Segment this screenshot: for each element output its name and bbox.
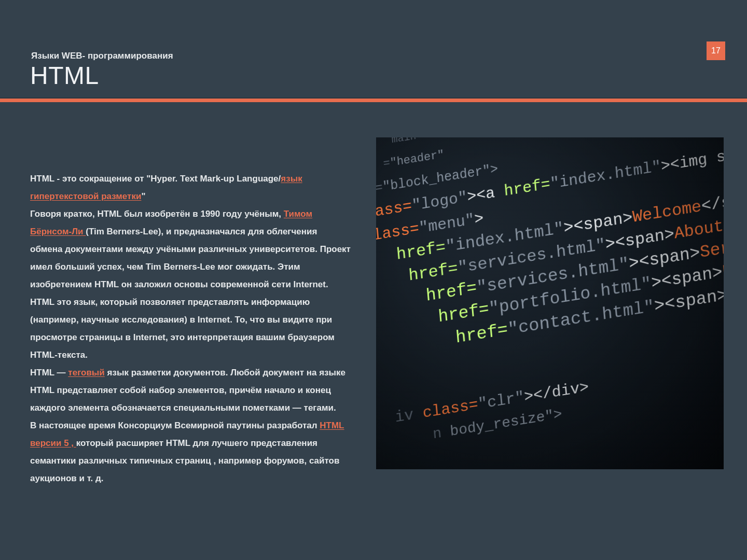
accent-rule [0, 97, 747, 102]
body-t5b: который расширяет HTML для лучшего предс… [30, 438, 339, 483]
code-r3c: ><a [466, 183, 505, 206]
body-t3: HTML это язык, который позволяет предста… [30, 297, 335, 360]
code-lines: main"> ="header" ="block_header"> class=… [376, 137, 724, 463]
slide: 17 Языки WEB- программирования HTML HTML… [0, 0, 747, 560]
page-number-text: 17 [711, 46, 721, 55]
link-tag-based[interactable]: теговый [68, 368, 104, 377]
code-screenshot: main"> ="header" ="block_header"> class=… [376, 137, 724, 469]
slide-subtitle: Языки WEB- программирования [31, 51, 173, 61]
code-r5e: </s [700, 192, 724, 216]
slide-title: HTML [30, 61, 99, 90]
body-text: HTML - это сокращение от "Hyper. Text Ma… [30, 170, 352, 487]
page-number-badge: 17 [707, 41, 725, 60]
code-r4c: > [474, 209, 485, 228]
code-r1: "header" [390, 148, 445, 170]
body-t1a: HTML - это сокращение от "Hyper. Text Ma… [30, 174, 281, 184]
body-t2a: Говоря кратко, HTML был изобретён в 1990… [30, 209, 284, 219]
body-t5a: В настоящее время Консорциум Всемирной п… [30, 421, 320, 430]
body-t1b: " [141, 191, 145, 201]
body-t4a: HTML — [30, 368, 68, 377]
code-r3d: href= [503, 176, 551, 201]
code-r0: main"> [391, 137, 429, 146]
